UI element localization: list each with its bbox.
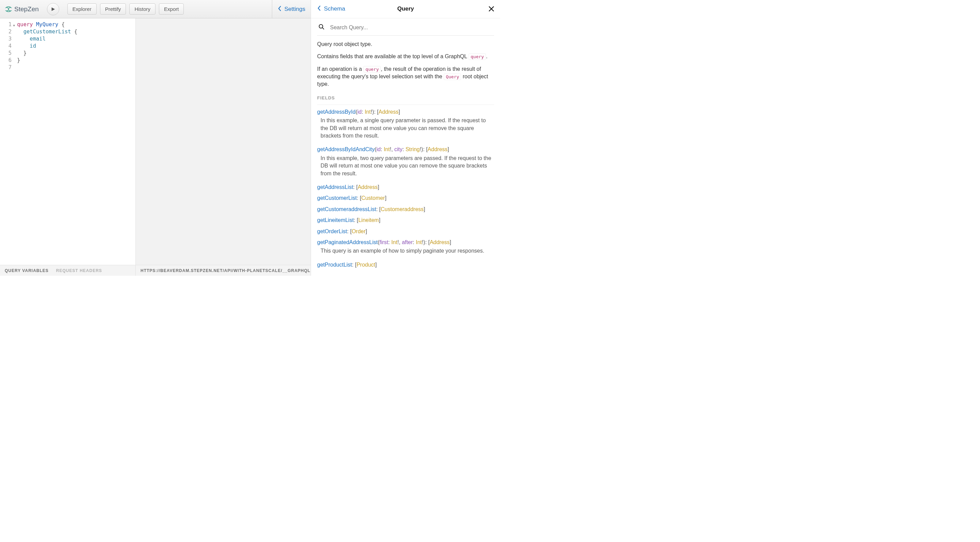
line-number: 2 <box>0 28 11 35</box>
code-line: email <box>17 35 135 43</box>
field-name-link[interactable]: getProductList <box>317 262 352 268</box>
settings-label: Settings <box>285 6 305 13</box>
code-line <box>17 64 135 71</box>
docs-search-input[interactable] <box>330 24 493 31</box>
field-description: In this example, a single query paramete… <box>317 116 494 142</box>
field-item: getAddressById(id: Int!): [Address]In th… <box>317 108 494 143</box>
tab-request-headers[interactable]: REQUEST HEADERS <box>56 268 102 273</box>
docs-header: Schema Query <box>311 0 500 18</box>
code-line: getCustomerList { <box>17 28 135 35</box>
code-pill: Query <box>444 73 461 80</box>
field-name-link[interactable]: getAddressByIdAndCity <box>317 147 375 152</box>
history-button[interactable]: History <box>129 3 156 14</box>
return-type-link[interactable]: Customeraddress <box>381 206 424 212</box>
editor-footer: QUERY VARIABLES REQUEST HEADERS <box>0 265 135 276</box>
code-line: } <box>17 50 135 57</box>
field-item: getProductList: [Product] <box>317 261 494 269</box>
docs-back-label: Schema <box>324 5 345 12</box>
editor-gutter: 1▼234567 <box>0 21 15 265</box>
explorer-button[interactable]: Explorer <box>67 3 97 14</box>
arg-type-link[interactable]: Int <box>384 147 390 152</box>
fold-caret-icon[interactable]: ▼ <box>13 22 15 29</box>
play-icon <box>51 7 56 11</box>
field-name-link[interactable]: getCustomeraddressList <box>317 206 376 212</box>
docs-desc-1: Query root object type. <box>317 40 494 48</box>
field-item: getAddressList: [Address] <box>317 183 494 191</box>
field-name-link[interactable]: getLineitemList <box>317 217 354 223</box>
arg-type-link[interactable]: String <box>406 147 420 152</box>
prettify-button[interactable]: Prettify <box>100 3 126 14</box>
query-editor[interactable]: 1▼234567 query MyQuery { getCustomerList… <box>0 18 135 265</box>
code-pill: query <box>363 66 381 73</box>
arg-name: id <box>376 147 380 152</box>
return-type-link[interactable]: Order <box>352 228 366 234</box>
arg-name: first <box>379 239 388 245</box>
arg-name: city <box>395 147 402 152</box>
field-name-link[interactable]: getPaginatedAddressList <box>317 239 378 245</box>
close-icon <box>488 5 495 12</box>
field-signature: getLineitemList: [Lineitem] <box>317 217 494 224</box>
field-name-link[interactable]: getCustomerList <box>317 195 357 201</box>
arg-name: after <box>402 239 413 245</box>
field-signature: getOrderList: [Order] <box>317 228 494 235</box>
docs-close-button[interactable] <box>488 5 495 12</box>
line-number: 6 <box>0 57 11 64</box>
field-item: getPaginatedAddressList(first: Int!, aft… <box>317 239 494 258</box>
docs-desc-2: Contains fields that are available at th… <box>317 53 494 60</box>
field-description: This query is an example of how to simpl… <box>317 246 494 257</box>
field-signature: getAddressByIdAndCity(id: Int!, city: St… <box>317 146 494 153</box>
return-type-link[interactable]: Product <box>356 262 375 268</box>
field-signature: getPaginatedAddressList(first: Int!, aft… <box>317 239 494 246</box>
docs-back-button[interactable]: Schema <box>317 5 345 13</box>
docs-title: Query <box>397 5 414 12</box>
editor-column: 1▼234567 query MyQuery { getCustomerList… <box>0 18 136 276</box>
arg-type-link[interactable]: Int <box>391 239 398 245</box>
brand-logo-icon <box>5 5 12 13</box>
settings-toggle[interactable]: Settings <box>272 0 311 18</box>
return-type-link[interactable]: Customer <box>361 195 385 201</box>
svg-point-0 <box>319 24 323 28</box>
return-type-link[interactable]: Lineitem <box>358 217 379 223</box>
field-signature: getAddressList: [Address] <box>317 183 494 191</box>
arg-type-link[interactable]: Int <box>416 239 422 245</box>
code-line: query MyQuery { <box>17 21 135 28</box>
return-type-link[interactable]: Address <box>428 147 448 152</box>
field-name-link[interactable]: getAddressById <box>317 109 356 115</box>
code-line: } <box>17 57 135 64</box>
return-type-link[interactable]: Address <box>358 184 378 190</box>
brand-logo: StepZen <box>5 5 39 13</box>
line-number: 5 <box>0 50 11 57</box>
code-pill: query <box>469 53 486 60</box>
search-icon <box>318 24 325 31</box>
field-item: getAddressByIdAndCity(id: Int!, city: St… <box>317 146 494 180</box>
field-name-link[interactable]: getOrderList <box>317 228 347 234</box>
field-signature: getCustomerList: [Customer] <box>317 194 494 202</box>
field-name-link[interactable]: getAddressList <box>317 184 353 190</box>
docs-body: Query root object type. Contains fields … <box>311 36 500 276</box>
docs-desc-3: If an operation is a query, the result o… <box>317 65 494 88</box>
return-type-link[interactable]: Address <box>430 239 450 245</box>
execute-button[interactable] <box>47 3 59 15</box>
brand-name: StepZen <box>14 5 39 13</box>
field-signature: getCustomeraddressList: [Customeraddress… <box>317 206 494 213</box>
editor-code[interactable]: query MyQuery { getCustomerList { email … <box>15 21 135 265</box>
arg-type-link[interactable]: Int <box>365 109 371 115</box>
fields-list: getAddressById(id: Int!): [Address]In th… <box>317 108 494 269</box>
arg-name: id <box>357 109 361 115</box>
endpoint-url: HTTPS://BEAVERDAM.STEPZEN.NET/API/WITH-P… <box>140 268 310 273</box>
docs-panel: Schema Query Query root object type. Con… <box>311 0 500 276</box>
fields-heading: FIELDS <box>317 95 494 105</box>
export-button[interactable]: Export <box>159 3 184 14</box>
field-item: getOrderList: [Order] <box>317 228 494 235</box>
docs-search <box>317 21 494 36</box>
field-item: getCustomeraddressList: [Customeraddress… <box>317 206 494 213</box>
tab-query-variables[interactable]: QUERY VARIABLES <box>5 268 49 273</box>
field-signature: getAddressById(id: Int!): [Address] <box>317 108 494 116</box>
return-type-link[interactable]: Address <box>379 109 399 115</box>
chevron-left-icon <box>278 5 282 13</box>
line-number: 3 <box>0 35 11 43</box>
field-item: getLineitemList: [Lineitem] <box>317 217 494 224</box>
field-description: In this example, two query parameters ar… <box>317 153 494 180</box>
field-item: getCustomerList: [Customer] <box>317 194 494 202</box>
field-signature: getProductList: [Product] <box>317 261 494 269</box>
